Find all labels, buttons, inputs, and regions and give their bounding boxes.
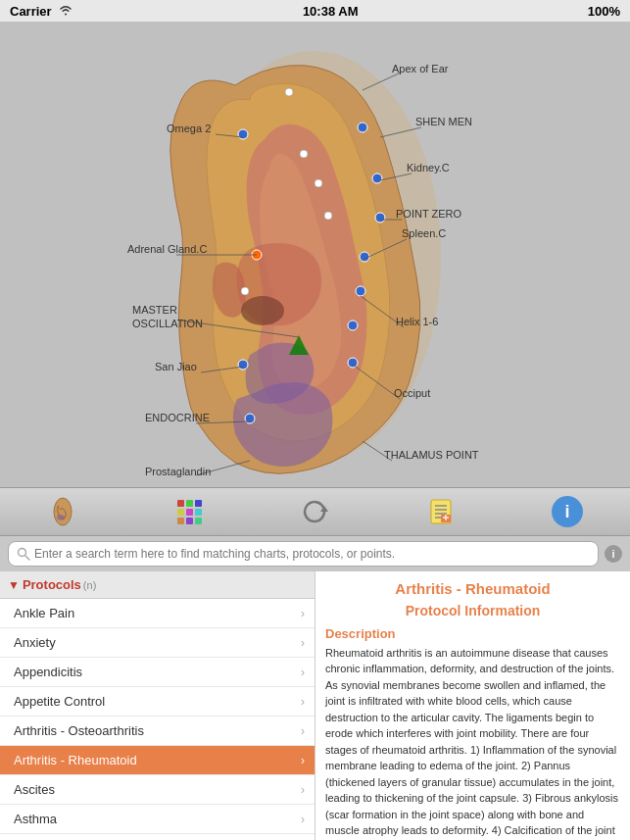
svg-text:ENDOCRINE: ENDOCRINE — [145, 412, 210, 423]
protocol-label-asthma: Asthma — [14, 812, 57, 826]
protocols-header: ▼ Protocols (n) — [0, 571, 315, 599]
svg-rect-59 — [195, 518, 202, 524]
svg-rect-51 — [177, 500, 184, 507]
triangle-icon: ▼ — [8, 578, 20, 592]
ear-tab[interactable] — [33, 490, 92, 533]
protocol-item-ascites[interactable]: Ascites› — [0, 775, 315, 805]
svg-text:Helix 1-6: Helix 1-6 — [396, 316, 438, 327]
status-bar: Carrier 10:38 AM 100% — [0, 0, 630, 22]
chevron-icon-arthritis-rheumatoid: › — [301, 754, 305, 767]
svg-text:Spleen.C: Spleen.C — [402, 227, 446, 239]
protocol-label-ankle-pain: Ankle Pain — [14, 606, 74, 620]
svg-point-16 — [348, 321, 358, 330]
svg-point-50 — [57, 515, 65, 520]
info-panel: Arthritis - Rheumatoid Protocol Informat… — [315, 571, 630, 840]
protocol-label-appendicitis: Appendicitis — [14, 665, 82, 679]
chevron-icon-ascites: › — [301, 783, 305, 797]
protocol-item-anxiety[interactable]: Anxiety› — [0, 628, 315, 658]
svg-point-10 — [238, 129, 248, 139]
battery-display: 100% — [588, 4, 620, 19]
svg-rect-56 — [195, 509, 202, 516]
carrier-label: Carrier — [10, 4, 52, 19]
svg-text:Omega 2: Omega 2 — [167, 123, 211, 134]
info-body-text: Rheumatoid arthritis is an autoimmune di… — [325, 645, 620, 841]
svg-rect-55 — [186, 509, 193, 516]
svg-point-13 — [375, 213, 385, 222]
main-content: ▼ Protocols (n) Ankle Pain›Anxiety›Appen… — [0, 571, 630, 840]
protocol-item-appendicitis[interactable]: Appendicitis› — [0, 658, 315, 687]
svg-rect-52 — [186, 500, 193, 507]
svg-text:THALAMUS POINT: THALAMUS POINT — [384, 449, 479, 461]
protocols-panel: ▼ Protocols (n) Ankle Pain›Anxiety›Appen… — [0, 571, 315, 840]
info-panel-title: Arthritis - Rheumatoid — [325, 579, 620, 599]
info-panel-subtitle: Protocol Information — [325, 603, 620, 618]
tab-bar: i — [0, 487, 630, 536]
protocol-item-ankle-pain[interactable]: Ankle Pain› — [0, 599, 315, 628]
search-input-container[interactable] — [8, 541, 599, 567]
search-icon — [17, 547, 30, 561]
svg-text:OSCILLATION: OSCILLATION — [132, 318, 203, 329]
protocols-count: (n) — [83, 579, 96, 591]
protocol-label-arthritis-rheumatoid: Arthritis - Rheumatoid — [14, 753, 137, 767]
ear-diagram: Apex of Ear SHEN MEN Omega 2 Kidney.C PO… — [0, 22, 630, 487]
protocol-label-appetite-control: Appetite Control — [14, 694, 105, 709]
search-bar: i — [0, 536, 630, 571]
svg-text:i: i — [564, 502, 569, 521]
svg-point-11 — [358, 123, 367, 132]
info-tab[interactable]: i — [538, 490, 597, 533]
svg-point-2 — [241, 296, 284, 325]
svg-text:Adrenal Gland.C: Adrenal Gland.C — [127, 243, 207, 255]
time-display: 10:38 AM — [303, 4, 359, 19]
chevron-icon-asthma: › — [301, 813, 305, 826]
protocol-label-anxiety: Anxiety — [14, 635, 56, 650]
svg-point-9 — [241, 287, 249, 295]
protocol-label-ascites: Ascites — [14, 782, 55, 797]
protocol-item-arthritis-osteoarthritis[interactable]: Arthritis - Osteoarthritis› — [0, 716, 315, 746]
protocol-item-asthma[interactable]: Asthma› — [0, 805, 315, 834]
svg-point-12 — [372, 173, 382, 183]
protocols-title: Protocols — [23, 577, 81, 592]
svg-point-17 — [238, 360, 248, 370]
svg-text:San Jiao: San Jiao — [155, 361, 197, 372]
svg-text:MASTER: MASTER — [132, 304, 177, 316]
svg-text:Apex of Ear: Apex of Ear — [392, 63, 449, 74]
svg-point-19 — [348, 358, 358, 368]
svg-text:SHEN MEN: SHEN MEN — [415, 116, 472, 127]
svg-point-49 — [54, 498, 72, 525]
notes-tab[interactable] — [412, 490, 470, 533]
svg-text:POINT ZERO: POINT ZERO — [396, 208, 461, 220]
svg-text:Kidney.C: Kidney.C — [407, 162, 450, 173]
svg-point-5 — [285, 88, 293, 96]
svg-rect-57 — [177, 518, 184, 524]
chevron-icon-arthritis-osteoarthritis: › — [301, 724, 305, 738]
chevron-icon-anxiety: › — [301, 636, 305, 650]
chevron-icon-appetite-control: › — [301, 695, 305, 709]
search-input[interactable] — [34, 547, 590, 561]
grid-tab[interactable] — [160, 490, 218, 533]
protocol-item-appetite-control[interactable]: Appetite Control› — [0, 687, 315, 716]
search-info-icon[interactable]: i — [605, 545, 622, 563]
svg-point-6 — [300, 150, 308, 158]
wifi-icon — [58, 4, 73, 19]
svg-point-15 — [356, 286, 365, 296]
svg-line-72 — [25, 556, 30, 561]
chevron-icon-ankle-pain: › — [301, 607, 305, 620]
svg-text:Occiput: Occiput — [394, 387, 430, 399]
svg-rect-58 — [186, 518, 193, 524]
protocol-list: Ankle Pain›Anxiety›Appendicitis›Appetite… — [0, 599, 315, 840]
refresh-tab[interactable] — [285, 490, 344, 533]
svg-point-7 — [315, 179, 322, 187]
protocol-item-attention-deficit[interactable]: Attention Deficit Disorder› — [0, 834, 315, 840]
svg-point-8 — [324, 212, 332, 220]
protocol-label-arthritis-osteoarthritis: Arthritis - Osteoarthritis — [14, 723, 144, 738]
info-description-label: Description — [325, 626, 620, 641]
protocol-item-arthritis-rheumatoid[interactable]: Arthritis - Rheumatoid› — [0, 746, 315, 775]
svg-text:Prostaglandin: Prostaglandin — [145, 466, 211, 477]
chevron-icon-appendicitis: › — [301, 666, 305, 679]
svg-rect-54 — [177, 509, 184, 516]
svg-rect-53 — [195, 500, 202, 507]
